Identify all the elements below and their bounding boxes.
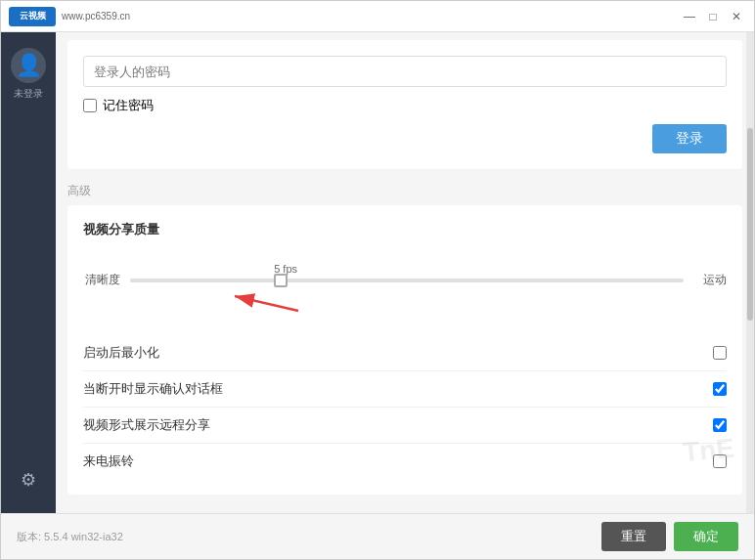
bottom-buttons: 重置 确定	[601, 522, 738, 551]
password-input[interactable]	[83, 56, 727, 87]
remember-label: 记住密码	[103, 97, 154, 114]
slider-container: 5 fps	[130, 279, 684, 282]
main-layout: 👤 未登录 ⚙ 记住密码 登录 高级	[1, 32, 754, 513]
watermark-text: www.pc6359.cn	[62, 11, 130, 22]
checkbox-input-1[interactable]	[713, 382, 727, 396]
checkbox-input-3[interactable]	[713, 454, 727, 468]
slider-thumb[interactable]	[274, 274, 288, 287]
version-text: 版本: 5.5.4 win32-ia32	[17, 530, 123, 544]
login-card: 记住密码 登录	[67, 40, 742, 169]
checkbox-input-0[interactable]	[713, 346, 727, 360]
slider-fill	[130, 279, 285, 282]
checkbox-row-1: 当断开时显示确认对话框	[83, 371, 727, 408]
login-row: 登录	[83, 124, 727, 153]
settings-icon[interactable]: ⚙	[11, 462, 46, 497]
advanced-section-label: 高级	[56, 177, 754, 201]
quality-title: 视频分享质量	[83, 221, 727, 238]
checkbox-row-3: 来电振铃	[83, 444, 727, 479]
scroll-track[interactable]	[746, 32, 754, 513]
svg-line-1	[235, 296, 298, 311]
checkbox-row-0: 启动后最小化	[83, 335, 727, 371]
login-button[interactable]: 登录	[652, 124, 727, 153]
checkbox-label-0: 启动后最小化	[83, 344, 159, 362]
login-status: 未登录	[14, 87, 43, 101]
title-bar-left: 云视频 www.pc6359.cn	[1, 7, 130, 26]
close-button[interactable]: ✕	[727, 7, 746, 26]
clarity-label: 清晰度	[83, 272, 120, 288]
checkbox-row-2: 视频形式展示远程分享	[83, 408, 727, 444]
reset-button[interactable]: 重置	[601, 522, 666, 551]
scroll-thumb[interactable]	[747, 128, 753, 321]
remember-checkbox[interactable]	[83, 99, 97, 112]
avatar-area: 👤 未登录	[11, 48, 46, 101]
arrow-annotation-container	[83, 296, 727, 335]
gear-icon: ⚙	[21, 469, 36, 491]
video-quality-card: 视频分享质量 清晰度 5 fps 运动	[67, 205, 742, 495]
checkbox-label-3: 来电振铃	[83, 452, 134, 470]
fps-value: 5 fps	[274, 263, 297, 275]
slider-row: 清晰度 5 fps 运动	[83, 252, 727, 288]
confirm-button[interactable]: 确定	[674, 522, 738, 551]
app-logo: 云视频	[9, 7, 56, 26]
sidebar: 👤 未登录 ⚙	[1, 32, 56, 513]
bottom-bar: 版本: 5.5.4 win32-ia32 重置 确定	[1, 513, 754, 559]
maximize-button[interactable]: □	[703, 7, 723, 26]
checkbox-label-1: 当断开时显示确认对话框	[83, 380, 223, 398]
minimize-button[interactable]: —	[680, 7, 699, 26]
main-window: 云视频 www.pc6359.cn — □ ✕ 👤 未登录 ⚙	[0, 0, 755, 560]
title-bar: 云视频 www.pc6359.cn — □ ✕	[1, 1, 754, 32]
remember-row: 记住密码	[83, 97, 727, 114]
checkbox-list: 启动后最小化 当断开时显示确认对话框 视频形式展示远程分享 来电振铃	[83, 335, 727, 479]
window-controls: — □ ✕	[680, 7, 746, 26]
checkbox-label-2: 视频形式展示远程分享	[83, 416, 210, 434]
slider-track	[130, 279, 684, 282]
avatar: 👤	[11, 48, 46, 83]
red-arrow-svg	[142, 286, 337, 325]
slider-end-label: 运动	[703, 272, 727, 288]
content-area: 记住密码 登录 高级 视频分享质量 清晰度 5 fps	[56, 32, 754, 513]
checkbox-input-2[interactable]	[713, 418, 727, 432]
